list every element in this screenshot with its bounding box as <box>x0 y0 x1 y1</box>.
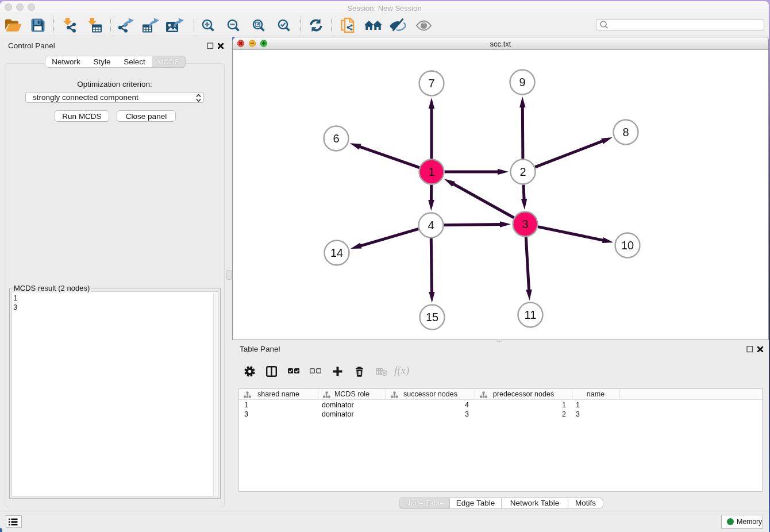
svg-text:15: 15 <box>426 311 438 323</box>
svg-text:6: 6 <box>333 132 339 145</box>
svg-text:9: 9 <box>519 76 525 88</box>
svg-text:3: 3 <box>522 218 528 230</box>
svg-text:1: 1 <box>428 165 434 178</box>
svg-text:11: 11 <box>525 309 537 321</box>
svg-text:8: 8 <box>622 126 629 138</box>
svg-text:7: 7 <box>428 77 434 90</box>
svg-text:14: 14 <box>330 246 343 259</box>
svg-text:4: 4 <box>428 219 434 232</box>
svg-text:2: 2 <box>519 165 526 178</box>
svg-text:10: 10 <box>621 239 634 252</box>
